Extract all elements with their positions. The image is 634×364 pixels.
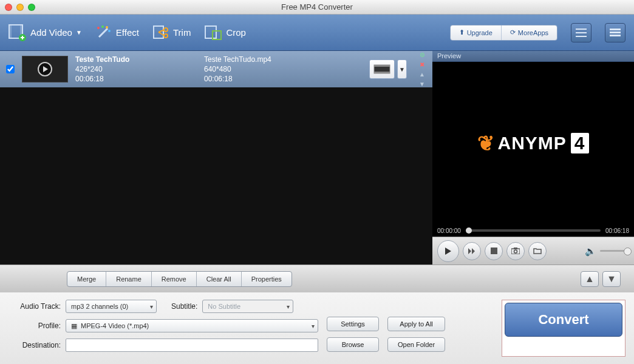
convert-wrap: Convert: [502, 300, 625, 357]
crop-button[interactable]: Crop: [204, 25, 246, 41]
bottom-panel: Audio Track: mp3 2 channels (0) Subtitle…: [0, 292, 634, 364]
profile-label: Profile:: [9, 322, 61, 330]
settings-button[interactable]: Settings: [327, 317, 379, 331]
camera-icon: [511, 248, 520, 254]
refresh-icon: ⟳: [510, 29, 516, 36]
main-toolbar: Add Video ▼ Effect Trim Crop ⬆ Upgrade ⟳…: [0, 15, 634, 51]
file-source-info: Teste TechTudo 426*240 00:06:18: [75, 55, 197, 84]
filmstrip-add-icon: [9, 24, 27, 41]
add-video-button[interactable]: Add Video ▼: [9, 24, 82, 41]
svg-rect-18: [374, 72, 390, 73]
list-view-button[interactable]: [571, 23, 591, 42]
stop-icon: [491, 248, 497, 254]
svg-point-21: [514, 250, 517, 253]
file-thumbnail[interactable]: [22, 56, 68, 83]
brand-text: ANYMP: [497, 133, 566, 153]
open-folder-button[interactable]: [528, 242, 547, 260]
file-delete-icon[interactable]: ✖: [418, 60, 426, 69]
pill-group: ⬆ Upgrade ⟳ MoreApps: [450, 25, 557, 41]
merge-button[interactable]: Merge: [67, 272, 106, 286]
file-checkbox[interactable]: [6, 65, 15, 73]
file-profile-selector: ▼: [369, 59, 407, 79]
svg-rect-11: [205, 26, 216, 38]
file-row[interactable]: Teste TechTudo 426*240 00:06:18 Teste Te…: [0, 51, 432, 87]
volume-slider[interactable]: [600, 250, 629, 252]
moreapps-button[interactable]: ⟳ MoreApps: [502, 25, 557, 40]
preview-panel: Preview ❦ ANYMP 4 00:00:00 00:06:18: [432, 51, 634, 265]
svg-point-4: [97, 27, 100, 29]
file-src-duration: 00:06:18: [75, 74, 197, 84]
seek-knob[interactable]: [466, 228, 472, 234]
moreapps-label: MoreApps: [518, 29, 548, 36]
speaker-icon[interactable]: 🔈: [585, 246, 596, 257]
titlebar: Free MP4 Converter: [0, 0, 634, 15]
file-list: Teste TechTudo 426*240 00:06:18 Teste Te…: [0, 51, 432, 265]
rename-button[interactable]: Rename: [106, 272, 152, 286]
file-row-actions: ⚙ ✖ ▲ ▼: [418, 50, 426, 88]
forward-button[interactable]: [463, 242, 481, 260]
subtitle-select[interactable]: No Subtitle: [202, 300, 293, 313]
volume-control: 🔈: [585, 246, 629, 257]
move-down-button[interactable]: ▼: [602, 271, 621, 287]
file-move-up-icon[interactable]: ▲: [418, 70, 426, 78]
audio-row: Audio Track: mp3 2 channels (0) Subtitle…: [9, 300, 318, 313]
list-action-bar: Merge Rename Remove Clear All Properties…: [0, 265, 634, 292]
scissors-icon: [152, 25, 169, 41]
flame-icon: ❦: [477, 131, 495, 155]
svg-rect-1: [9, 25, 12, 38]
preview-video: ❦ ANYMP 4: [432, 62, 634, 224]
profile-select[interactable]: ▦ MPEG-4 Video (*.mp4): [66, 319, 318, 332]
preview-header: Preview: [432, 51, 634, 62]
clear-all-button[interactable]: Clear All: [197, 272, 242, 286]
convert-button[interactable]: Convert: [505, 303, 622, 337]
upgrade-button[interactable]: ⬆ Upgrade: [451, 25, 502, 40]
svg-rect-22: [514, 248, 517, 249]
profile-dropdown-button[interactable]: ▼: [397, 59, 407, 79]
file-out-name: Teste TechTudo.mp4: [204, 55, 362, 64]
audio-select[interactable]: mp3 2 channels (0): [66, 300, 157, 313]
crop-icon: [204, 25, 222, 41]
properties-button[interactable]: Properties: [242, 272, 291, 286]
chevron-down-icon: ▼: [76, 29, 82, 36]
list-actions-segment: Merge Rename Remove Clear All Properties: [67, 271, 292, 287]
audio-label: Audio Track:: [9, 302, 61, 311]
subtitle-label: Subtitle:: [171, 302, 197, 311]
stop-button[interactable]: [485, 242, 503, 260]
destination-label: Destination:: [9, 341, 61, 349]
preview-controls: 🔈: [432, 237, 634, 265]
upload-icon: ⬆: [459, 29, 465, 36]
profile-chip-icon[interactable]: [369, 59, 395, 79]
trim-button[interactable]: Trim: [152, 25, 191, 41]
main-area: Teste TechTudo 426*240 00:06:18 Teste Te…: [0, 51, 634, 265]
snapshot-button[interactable]: [506, 242, 525, 260]
remove-button[interactable]: Remove: [152, 272, 197, 286]
play-button[interactable]: [437, 240, 459, 262]
svg-point-5: [101, 25, 104, 28]
svg-rect-17: [374, 65, 390, 67]
play-overlay-icon: [38, 62, 52, 76]
svg-point-6: [106, 26, 108, 29]
hamburger-icon: [610, 29, 621, 37]
file-list-empty: [0, 87, 432, 265]
trim-label: Trim: [173, 27, 191, 38]
menu-view-button[interactable]: [605, 23, 625, 42]
window-title: Free MP4 Converter: [0, 2, 634, 12]
move-up-button[interactable]: ▲: [581, 271, 599, 287]
destination-row: Destination:: [9, 339, 318, 352]
seek-track[interactable]: [466, 229, 601, 232]
profile-value: MPEG-4 Video (*.mp4): [81, 322, 149, 329]
destination-input[interactable]: [66, 339, 318, 352]
apply-all-button[interactable]: Apply to All: [387, 317, 445, 331]
svg-rect-13: [610, 29, 621, 30]
file-settings-icon[interactable]: ⚙: [418, 50, 426, 59]
play-icon: [444, 247, 452, 255]
effect-button[interactable]: Effect: [95, 25, 139, 41]
brand-logo: ❦ ANYMP 4: [477, 131, 588, 155]
browse-button[interactable]: Browse: [327, 337, 379, 352]
open-dest-folder-button[interactable]: Open Folder: [387, 337, 445, 352]
brand-suffix: 4: [571, 133, 589, 153]
file-title: Teste TechTudo: [75, 55, 197, 64]
file-out-duration: 00:06:18: [204, 74, 362, 84]
effect-label: Effect: [116, 27, 139, 38]
file-move-down-icon[interactable]: ▼: [418, 79, 426, 88]
